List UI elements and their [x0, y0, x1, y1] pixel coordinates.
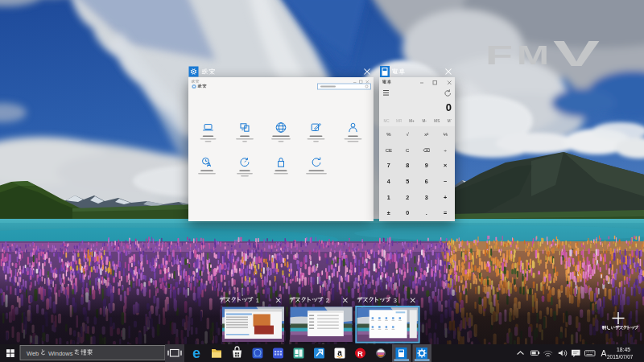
- svg-text:A: A: [601, 348, 606, 358]
- svg-text:18:45: 18:45: [617, 347, 630, 352]
- svg-text:R: R: [357, 349, 363, 358]
- svg-text:2015/07/07: 2015/07/07: [607, 354, 634, 360]
- svg-text:a: a: [337, 348, 342, 357]
- svg-text:e: e: [192, 345, 200, 361]
